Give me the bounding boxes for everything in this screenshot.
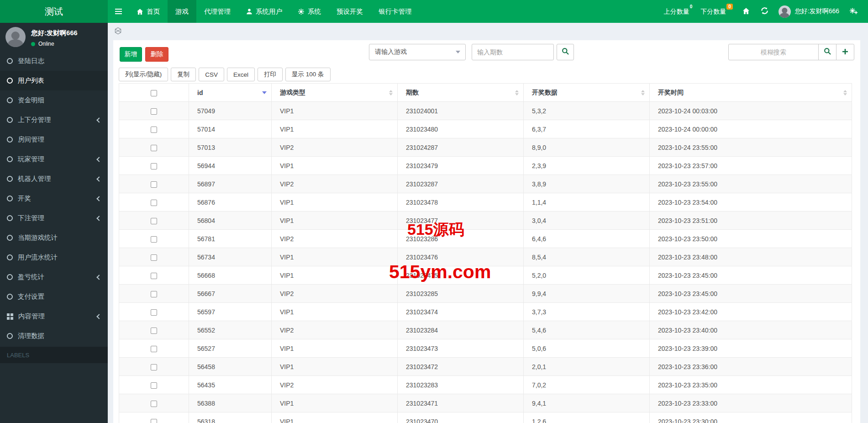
column-header-period[interactable]: 期数 bbox=[398, 84, 524, 102]
row-checkbox[interactable] bbox=[151, 346, 157, 352]
row-checkbox[interactable] bbox=[151, 236, 157, 243]
table-row: 57049VIP12310240015,3,22023-10-24 00:03:… bbox=[119, 102, 852, 120]
cell-draw-data: 5,0,6 bbox=[524, 339, 650, 358]
row-checkbox[interactable] bbox=[151, 419, 157, 423]
nav-item-preset-draw[interactable]: 预设开奖 bbox=[329, 0, 371, 23]
cell-game-type: VIP1 bbox=[272, 339, 398, 358]
sidebar-item-login-logs[interactable]: 登陆日志 bbox=[0, 51, 108, 71]
nav-item-home[interactable]: 首页 bbox=[129, 0, 168, 23]
sidebar-item-player-manage[interactable]: 玩家管理 bbox=[0, 149, 108, 169]
brand-logo[interactable]: 测试 bbox=[0, 0, 108, 23]
cell-id: 56667 bbox=[189, 285, 272, 303]
sidebar-item-fund-details[interactable]: 资金明细 bbox=[0, 90, 108, 110]
row-checkbox[interactable] bbox=[151, 382, 157, 389]
select-all-checkbox[interactable] bbox=[151, 90, 157, 96]
cell-id: 56527 bbox=[189, 339, 272, 358]
sidebar-user-status[interactable]: Online bbox=[31, 41, 78, 47]
sidebar-toggle-button[interactable] bbox=[108, 0, 129, 23]
row-checkbox-cell bbox=[119, 138, 189, 157]
add-filter-button[interactable] bbox=[836, 44, 854, 60]
sidebar-item-label: 当期游戏统计 bbox=[18, 233, 58, 242]
cell-period: 231023479 bbox=[398, 157, 524, 175]
table-row: 56667VIP22310232859,9,42023-10-23 23:45:… bbox=[119, 285, 852, 303]
column-header-draw-time[interactable]: 开奖时间 bbox=[650, 84, 852, 102]
sidebar-item-bet-manage[interactable]: 下注管理 bbox=[0, 208, 108, 228]
row-checkbox[interactable] bbox=[151, 401, 157, 407]
row-checkbox[interactable] bbox=[151, 364, 157, 370]
cell-draw-data: 2,3,9 bbox=[524, 157, 650, 175]
sidebar-item-score-manage[interactable]: 上下分管理 bbox=[0, 110, 108, 130]
refresh-button[interactable] bbox=[755, 7, 774, 16]
hexagon-icon[interactable] bbox=[114, 27, 122, 36]
down-score-counter[interactable]: 下分数量0 bbox=[696, 7, 737, 16]
sidebar-item-robot-manage[interactable]: 机器人管理 bbox=[0, 169, 108, 189]
row-checkbox-cell bbox=[119, 412, 189, 423]
page-size-button[interactable]: 显示 100 条 bbox=[285, 68, 331, 81]
row-checkbox[interactable] bbox=[151, 291, 157, 297]
sidebar-item-user-list[interactable]: 用户列表 bbox=[0, 71, 108, 90]
row-checkbox[interactable] bbox=[151, 218, 157, 224]
cell-id: 56668 bbox=[189, 266, 272, 285]
circle-icon bbox=[7, 58, 13, 64]
cell-game-type: VIP2 bbox=[272, 376, 398, 394]
cell-draw-data: 8,9,0 bbox=[524, 138, 650, 157]
sidebar-item-payment-settings[interactable]: 支付设置 bbox=[0, 287, 108, 307]
cell-id: 56781 bbox=[189, 230, 272, 248]
nav-item-label: 银行卡管理 bbox=[379, 7, 412, 16]
column-header-draw-data[interactable]: 开奖数据 bbox=[524, 84, 650, 102]
cell-draw-data: 1,2,6 bbox=[524, 412, 650, 423]
chevron-left-icon bbox=[96, 275, 101, 280]
row-checkbox[interactable] bbox=[151, 273, 157, 279]
sidebar-item-content-manage[interactable]: 内容管理 bbox=[0, 307, 108, 326]
copy-button[interactable]: 复制 bbox=[171, 68, 196, 81]
row-checkbox[interactable] bbox=[151, 309, 157, 316]
sidebar-item-draw[interactable]: 开奖 bbox=[0, 189, 108, 208]
fuzzy-search-button[interactable] bbox=[818, 44, 836, 60]
up-score-counter[interactable]: 上分数量0 bbox=[660, 7, 697, 16]
game-select[interactable]: 请输入游戏 bbox=[369, 44, 466, 60]
home-shortcut-button[interactable] bbox=[737, 7, 755, 16]
nav-item-label: 首页 bbox=[147, 7, 160, 16]
print-button[interactable]: 打印 bbox=[258, 68, 283, 81]
nav-item-label: 系统 bbox=[308, 7, 321, 16]
delete-button[interactable]: 删除 bbox=[145, 47, 168, 62]
table-row: 56552VIP22310232845,4,62023-10-23 23:40:… bbox=[119, 321, 852, 339]
row-checkbox[interactable] bbox=[151, 145, 157, 151]
sidebar-item-current-game-stats[interactable]: 当期游戏统计 bbox=[0, 228, 108, 248]
up-score-label: 上分数量 bbox=[664, 8, 689, 15]
row-checkbox[interactable] bbox=[151, 163, 157, 169]
row-checkbox[interactable] bbox=[151, 108, 157, 115]
user-menu[interactable]: 您好:发财啊666 bbox=[774, 5, 844, 18]
period-input[interactable] bbox=[472, 44, 554, 60]
column-header-id[interactable]: id bbox=[189, 84, 272, 102]
column-header-game-type[interactable]: 游戏类型 bbox=[272, 84, 398, 102]
nav-item-bank-cards[interactable]: 银行卡管理 bbox=[371, 0, 420, 23]
row-checkbox[interactable] bbox=[151, 200, 157, 206]
row-checkbox[interactable] bbox=[151, 127, 157, 133]
excel-button[interactable]: Excel bbox=[227, 68, 255, 81]
row-checkbox[interactable] bbox=[151, 254, 157, 261]
nav-item-system[interactable]: 系统 bbox=[290, 0, 329, 23]
sidebar-item-clean-data[interactable]: 清理数据 bbox=[0, 326, 108, 346]
search-button[interactable] bbox=[557, 44, 574, 60]
row-checkbox[interactable] bbox=[151, 328, 157, 334]
settings-button[interactable] bbox=[844, 7, 863, 16]
columns-toggle-button[interactable]: 列(显示/隐藏) bbox=[119, 68, 168, 81]
csv-button[interactable]: CSV bbox=[199, 68, 224, 81]
sidebar-item-room-manage[interactable]: 房间管理 bbox=[0, 130, 108, 149]
sidebar-item-user-flow-stats[interactable]: 用户流水统计 bbox=[0, 248, 108, 267]
cell-period: 231023477 bbox=[398, 212, 524, 230]
cell-id: 57049 bbox=[189, 102, 272, 120]
nav-item-games[interactable]: 游戏 bbox=[168, 0, 196, 23]
add-button[interactable]: 新增 bbox=[120, 47, 142, 62]
cell-period: 231023473 bbox=[398, 339, 524, 358]
sidebar-item-label: 下注管理 bbox=[18, 214, 44, 222]
fuzzy-search-input[interactable] bbox=[728, 44, 819, 60]
table-row: 57014VIP12310234806,3,72023-10-24 00:00:… bbox=[119, 120, 852, 138]
nav-item-system-users[interactable]: 系统用户 bbox=[238, 0, 290, 23]
nav-item-agents[interactable]: 代理管理 bbox=[196, 0, 238, 23]
cell-period: 231023474 bbox=[398, 303, 524, 321]
sort-desc-icon bbox=[262, 91, 267, 94]
sidebar-item-profit-stats[interactable]: 盈亏统计 bbox=[0, 267, 108, 287]
row-checkbox[interactable] bbox=[151, 181, 157, 188]
